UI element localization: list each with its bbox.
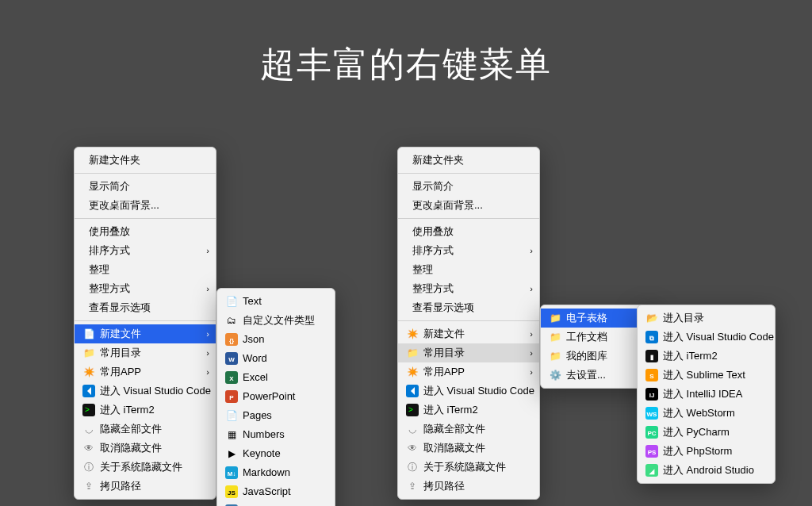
submenu-item-label: 进入 Android Studio: [663, 463, 754, 477]
menu-item-clean-up[interactable]: 整理: [75, 260, 216, 279]
text-icon: 📄: [225, 295, 238, 308]
svg-text:PS: PS: [648, 449, 657, 456]
menu-item-view-options[interactable]: 查看显示选项: [398, 298, 539, 317]
svg-text:PC: PC: [647, 430, 656, 437]
menu-item-new-folder[interactable]: 新建文件夹: [75, 151, 216, 170]
submenu-item-app[interactable]: ◢进入 Android Studio: [638, 461, 775, 480]
submenu-item-filetype[interactable]: PPowerPoint: [217, 387, 335, 406]
submenu-item-filetype[interactable]: 🐍Python: [217, 501, 335, 506]
menu-item-use-stacks[interactable]: 使用叠放: [398, 222, 539, 241]
svg-text:JS: JS: [228, 489, 236, 496]
menu-item-change-bg[interactable]: 更改桌面背景...: [75, 196, 216, 215]
menu-item-get-info[interactable]: 显示简介: [75, 177, 216, 196]
submenu-item-app[interactable]: S进入 Sublime Text: [638, 366, 775, 385]
submenu-item-filetype[interactable]: ▶Keynote: [217, 444, 335, 463]
menu-item-view-options[interactable]: 查看显示选项: [75, 298, 216, 317]
menu-item-copy-path[interactable]: ⇪拷贝路径: [75, 477, 216, 496]
submenu-item-filetype[interactable]: 📄Pages: [217, 406, 335, 425]
menu-item-enter-iterm2[interactable]: >进入 iTerm2: [75, 401, 216, 420]
pages-icon: 📄: [225, 409, 238, 422]
submenu-item-label: 去设置...: [566, 368, 606, 382]
menu-item-get-info[interactable]: 显示简介: [398, 177, 539, 196]
submenu-item-label: 工作文档: [566, 330, 607, 344]
menu-item-enter-vscode[interactable]: 进入 Visual Studio Code: [398, 381, 539, 401]
svg-text:>: >: [408, 405, 413, 414]
submenu-item-filetype[interactable]: 🗂自定义文件类型: [217, 311, 335, 330]
menu-item-enter-vscode[interactable]: 进入 Visual Studio Code: [75, 381, 216, 401]
submenu-item-app[interactable]: PS进入 PhpStorm: [638, 442, 775, 461]
menu-item-enter-iterm2[interactable]: >进入 iTerm2: [398, 401, 539, 420]
chevron-right-icon: ›: [530, 282, 533, 296]
chevron-right-icon: ›: [530, 327, 533, 341]
svg-text:◢: ◢: [649, 468, 655, 475]
path-icon: ⇪: [82, 480, 95, 493]
menu-item-clean-up[interactable]: 整理: [398, 260, 539, 279]
excel-icon: X: [225, 371, 238, 384]
submenu-item-filetype[interactable]: JSJavaScript: [217, 482, 335, 501]
menu-item-about-hidden[interactable]: ⓘ关于系统隐藏文件: [75, 458, 216, 477]
submenu-item-label: Numbers: [243, 427, 285, 442]
svg-text:>: >: [85, 405, 90, 414]
separator: [75, 173, 216, 174]
menu-item-fav-apps[interactable]: ✴️常用APP›: [398, 362, 539, 381]
submenu-item-app[interactable]: 📂进入目录: [638, 309, 775, 328]
submenu-item-app[interactable]: IJ进入 IntelliJ IDEA: [638, 385, 775, 404]
folder-icon: 📁: [549, 312, 561, 324]
iterm-icon: ▮: [645, 350, 658, 362]
menu-item-clean-up-by[interactable]: 整理方式›: [75, 279, 216, 298]
menu-item-about-hidden[interactable]: ⓘ关于系统隐藏文件: [398, 458, 539, 477]
menu-item-use-stacks[interactable]: 使用叠放: [75, 222, 216, 241]
menu-item-clean-up-by[interactable]: 整理方式›: [398, 279, 539, 298]
menu-item-hide-all[interactable]: ◡隐藏全部文件: [75, 420, 216, 439]
menu-item-sort-by[interactable]: 排序方式›: [75, 241, 216, 260]
menu-item-fav-apps[interactable]: ✴️常用APP›: [75, 362, 216, 381]
separator: [398, 173, 539, 174]
submenu-item-app[interactable]: ⧉进入 Visual Studio Code: [638, 328, 775, 347]
submenu-item-filetype[interactable]: M↓Markdown: [217, 463, 335, 482]
submenu-item-label: 电子表格: [566, 311, 607, 325]
menu-item-hide-all[interactable]: ◡隐藏全部文件: [398, 420, 539, 439]
submenu-item-filetype[interactable]: ▦Numbers: [217, 425, 335, 444]
folder-open-icon: 📂: [645, 312, 658, 324]
word-icon: W: [225, 352, 238, 365]
chevron-right-icon: ›: [530, 346, 533, 360]
svg-text:{}: {}: [229, 337, 234, 344]
chevron-right-icon: ›: [206, 346, 209, 360]
submenu-item-filetype[interactable]: 📄Text: [217, 292, 335, 311]
file-icon: ✴️: [406, 328, 419, 340]
ppt-icon: P: [225, 390, 238, 403]
chevron-right-icon: ›: [206, 243, 209, 258]
menu-item-new-folder[interactable]: 新建文件夹: [398, 151, 539, 170]
menu-item-new-file[interactable]: ✴️新建文件›: [398, 324, 539, 343]
submenu-item-filetype[interactable]: {}Json: [217, 330, 335, 349]
submenu-item-label: Keynote: [243, 447, 281, 461]
android-icon: ◢: [645, 464, 658, 477]
submenu-item-app[interactable]: ▮进入 iTerm2: [638, 347, 775, 366]
submenu-item-app[interactable]: PC进入 PyCharm: [638, 423, 775, 442]
md-icon: M↓: [225, 466, 238, 479]
submenu-item-label: 我的图库: [566, 349, 607, 363]
menu-item-unhide[interactable]: 👁取消隐藏文件: [398, 439, 539, 458]
menu-item-new-file[interactable]: 📄新建文件›: [75, 324, 216, 343]
submenu-item-filetype[interactable]: WWord: [217, 349, 335, 368]
menu-item-unhide[interactable]: 👁取消隐藏文件: [75, 439, 216, 458]
menu-item-fav-dirs[interactable]: 📁常用目录›: [75, 343, 216, 362]
menu-item-sort-by[interactable]: 排序方式›: [398, 241, 539, 260]
chevron-right-icon: ›: [206, 327, 209, 341]
iterm-icon: >: [406, 404, 419, 416]
iterm-icon: >: [82, 404, 95, 416]
menu-item-change-bg[interactable]: 更改桌面背景...: [398, 196, 539, 215]
js-icon: JS: [225, 485, 238, 498]
submenu-item-app[interactable]: WS进入 WebStorm: [638, 404, 775, 423]
svg-text:⧉: ⧉: [649, 335, 654, 342]
path-icon: ⇪: [406, 480, 419, 493]
svg-text:S: S: [649, 373, 654, 380]
menu-item-copy-path[interactable]: ⇪拷贝路径: [398, 477, 539, 496]
submenu-item-filetype[interactable]: XExcel: [217, 368, 335, 387]
submenu-app-list: 📂进入目录⧉进入 Visual Studio Code▮进入 iTerm2S进入…: [637, 305, 776, 484]
json-icon: {}: [225, 333, 238, 346]
svg-text:W: W: [228, 356, 235, 363]
menu-item-fav-dirs[interactable]: 📁常用目录›: [398, 343, 539, 362]
hide-icon: ◡: [406, 423, 419, 435]
chevron-right-icon: ›: [530, 243, 533, 258]
